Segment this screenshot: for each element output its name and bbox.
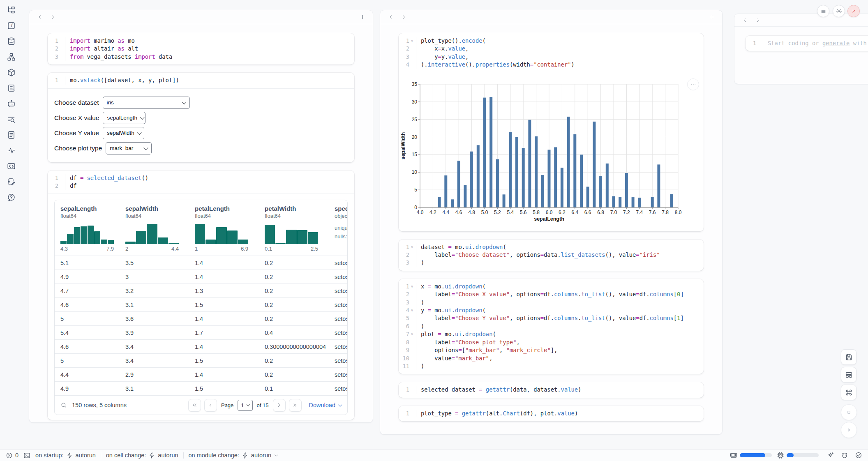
fold-chevron-icon[interactable]: v [409,330,415,338]
settings-button[interactable] [833,5,845,17]
fold-chevron-icon[interactable]: v [409,283,415,290]
code-editor[interactable]: 1 Start coding or generate with AI [746,36,868,51]
table-row[interactable]: 4.93.11.50.1setosa [55,381,347,395]
code-line[interactable]: 11) [399,362,704,370]
layout-select-button[interactable] [841,367,856,383]
sidebar-document-icon[interactable] [7,131,16,139]
sidebar-chat-bot-icon[interactable] [7,99,16,108]
y-value-select[interactable]: sepalWidth [103,127,144,139]
column-right-button[interactable] [398,12,409,23]
add-cell-button[interactable] [706,12,717,23]
code-line[interactable]: 1import marimo as mo [48,37,354,45]
memory-usage[interactable] [730,452,772,459]
dropdowns-code-cell[interactable]: 1vx = mo.ui.dropdown(2 label="Choose X v… [399,279,704,374]
fold-chevron-icon[interactable]: v [409,307,415,314]
plot-code-cell[interactable]: 1vplot_type().encode(2 x=x.value,3 y=y.v… [399,33,704,231]
column-right-button[interactable] [47,12,58,23]
run-all-button[interactable] [841,422,857,438]
keyboard-shortcuts-button[interactable] [841,385,856,400]
column-left-button[interactable] [739,15,750,25]
shutdown-button[interactable] [847,5,860,17]
code-line[interactable]: 1df = selected_dataset() [48,174,354,182]
code-editor[interactable]: 1mo.vstack([dataset, x, y, plot]) [48,73,354,88]
prev-page-button[interactable] [204,399,217,412]
column-left-button[interactable] [34,12,45,23]
sidebar-scratchpad-icon[interactable] [7,177,16,186]
stop-button[interactable] [841,404,857,420]
code-line[interactable]: 3from vega_datasets import data [48,53,354,61]
notebook-menu-button[interactable] [817,5,829,17]
sidebar-search-list-icon[interactable] [7,115,16,124]
code-line[interactable]: 2df [48,182,354,190]
sidebar-function-square-icon[interactable]: f [7,21,16,30]
vstack-code-cell[interactable]: 1mo.vstack([dataset, x, y, plot]) Choose… [48,73,354,162]
bar-chart[interactable]: 4.04.24.44.64.85.05.25.45.65.86.06.26.46… [399,73,704,233]
table-row[interactable]: 4.73.21.30.2setosa [55,284,347,297]
dataset-dropdown-code-cell[interactable]: 1vdataset = mo.ui.dropdown(2 label="Choo… [399,240,704,271]
column-header-sepalLength[interactable]: sepalLengthfloat644.37.9 [60,205,125,252]
connection-status-button[interactable] [855,452,862,459]
sidebar-dependency-graph-icon[interactable] [7,53,16,61]
code-editor[interactable]: 1selected_dataset = getattr(data, datase… [399,382,704,397]
next-page-button[interactable] [273,399,286,412]
code-line[interactable]: 2 label="Choose dataset", options=data.l… [399,251,704,259]
table-row[interactable]: 4.63.41.40.30000000000000004setosa [55,339,347,353]
code-line[interactable]: 3) [399,259,704,267]
sidebar-file-tree-icon[interactable] [7,6,16,14]
code-line[interactable]: 3 y=y.value, [399,53,704,61]
search-icon[interactable] [60,402,67,408]
autorun-setting[interactable]: on module change:autorun [189,452,279,459]
code-line[interactable]: 5 label="Choose Y value", options=df.col… [399,314,704,322]
add-cell-button[interactable] [357,12,368,23]
last-page-button[interactable] [289,399,302,412]
code-line[interactable]: 1vx = mo.ui.dropdown( [399,283,704,290]
plot-type-select[interactable]: mark_bar [106,142,152,154]
sidebar-help-icon[interactable] [7,193,16,202]
column-right-button[interactable] [753,15,763,25]
code-line[interactable]: 4).interactive().properties(width="conta… [399,61,704,69]
column-left-button[interactable] [385,12,396,23]
fold-chevron-icon[interactable]: v [409,37,415,45]
code-line[interactable]: 1plot_type = getattr(alt.Chart(df), plot… [399,410,704,417]
terminal-button[interactable] [23,452,30,459]
selected-dataset-code-cell[interactable]: 1selected_dataset = getattr(data, datase… [399,382,704,397]
fold-chevron-icon[interactable]: v [409,243,415,251]
first-page-button[interactable] [188,399,201,412]
dataset-select[interactable]: iris [103,97,190,109]
code-editor[interactable]: 1vdataset = mo.ui.dropdown(2 label="Choo… [399,240,704,271]
empty-code-cell[interactable]: 1 Start coding or generate with AI [746,36,868,51]
sidebar-activity-icon[interactable] [7,146,16,155]
page-select[interactable]: 1 [238,400,252,411]
column-header-sepalWidth[interactable]: sepalWidthfloat6424.4 [125,205,195,252]
code-line[interactable]: 4vy = mo.ui.dropdown( [399,307,704,314]
code-line[interactable]: 1selected_dataset = getattr(data, datase… [399,386,704,394]
column-header-petalLength[interactable]: petalLengthfloat6416.9 [195,205,265,252]
table-row[interactable]: 4.42.91.40.2setosa [55,367,347,381]
code-line[interactable]: 2 label="Choose X value", options=df.col… [399,290,704,298]
sidebar-code-snippet-icon[interactable] [7,162,16,171]
table-row[interactable]: 53.41.50.2setosa [55,353,347,367]
code-editor[interactable]: 1vplot_type().encode(2 x=x.value,3 y=y.v… [399,33,704,73]
generate-link[interactable]: generate [822,40,850,46]
copilot-button[interactable] [841,452,848,459]
sidebar-database-icon[interactable] [7,37,16,46]
code-line[interactable]: 7vplot = mo.ui.dropdown( [399,330,704,338]
download-button[interactable]: Download [309,402,342,408]
code-line[interactable]: 1vplot_type().encode( [399,37,704,45]
code-line[interactable]: 3) [399,299,704,307]
code-editor[interactable]: 1plot_type = getattr(alt.Chart(df), plot… [399,406,704,421]
cpu-usage[interactable] [777,452,819,459]
sidebar-package-icon[interactable] [7,68,16,77]
table-row[interactable]: 5.13.51.40.2setosa [55,256,347,270]
table-row[interactable]: 4.931.40.2setosa [55,270,347,284]
autorun-setting[interactable]: on startup:autorun [35,452,96,459]
code-line[interactable]: 9 options=["mark_bar", "mark_circle"], [399,346,704,354]
code-line[interactable]: 2 x=x.value, [399,45,704,53]
dataframe-code-cell[interactable]: 1df = selected_dataset()2df sepalLengthf… [48,171,354,420]
code-editor[interactable]: 1df = selected_dataset()2df [48,171,354,194]
column-header-species[interactable]: speciesobjectunique:nulls: [335,205,348,252]
table-row[interactable]: 53.61.40.2setosa [55,311,347,325]
code-line[interactable]: 6) [399,323,704,330]
chart-actions-button[interactable] [687,78,699,90]
error-count-indicator[interactable]: 0 [6,452,18,459]
